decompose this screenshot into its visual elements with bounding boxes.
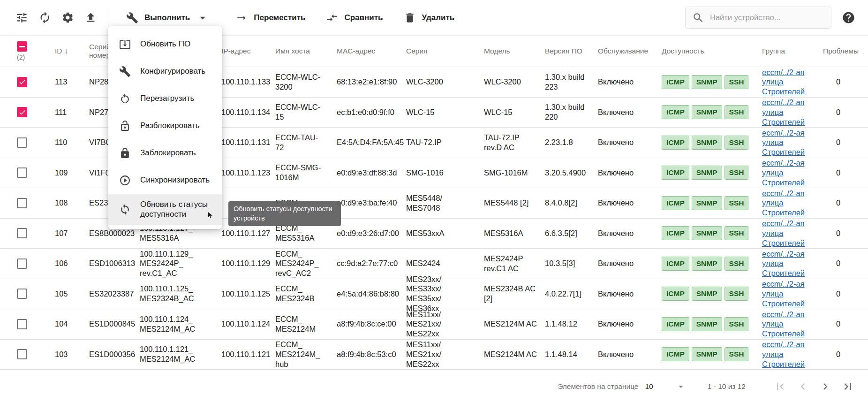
upload-button[interactable] bbox=[79, 6, 102, 29]
search-input[interactable] bbox=[709, 13, 824, 23]
cell-firmware: 6.6.3.5[2] bbox=[545, 228, 598, 238]
menu-item-unlock[interactable]: Разблокировать bbox=[108, 112, 222, 139]
availability-badge: SSH bbox=[725, 347, 749, 361]
cell-ip: 100.110.1.131 bbox=[221, 137, 275, 147]
header-ip[interactable]: IP-адрес bbox=[221, 47, 275, 55]
availability-badge: ICMP bbox=[662, 347, 689, 361]
availability-badge: SNMP bbox=[692, 166, 722, 180]
menu-item-reboot[interactable]: Перезагрузить bbox=[108, 85, 222, 112]
trash-icon bbox=[404, 12, 416, 24]
cell-problems: 0 bbox=[823, 107, 868, 117]
row-checkbox[interactable] bbox=[17, 319, 27, 329]
tooltip: Обновить статусы доступности устройств bbox=[228, 201, 341, 226]
table-row[interactable]: 104ES1D000845100.110.1.124_​MES2124M_​AC… bbox=[0, 309, 868, 340]
table-row[interactable]: 105ES32023387100.110.1.125_​MES2324B_​AC… bbox=[0, 279, 868, 310]
search-icon bbox=[692, 12, 704, 24]
cell-problems: 0 bbox=[823, 77, 868, 87]
row-checkbox[interactable] bbox=[17, 349, 27, 359]
cell-id: 103 bbox=[55, 350, 89, 359]
cell-series: WLC-15 bbox=[406, 107, 484, 117]
group-link[interactable]: eccm/​../​2-ая улица Строителей bbox=[762, 98, 805, 126]
cell-availability: ICMPSNMPSSH bbox=[662, 257, 762, 271]
cell-series: SMG-1016 bbox=[406, 168, 484, 178]
table-row[interactable]: 103ES1D000356100.110.1.121_​MES2124M_​AC… bbox=[0, 340, 868, 370]
menu-item-sync[interactable]: Синхронизировать bbox=[108, 167, 222, 194]
cell-availability: ICMPSNMPSSH bbox=[662, 226, 762, 240]
availability-badge: SSH bbox=[725, 136, 749, 150]
row-checkbox[interactable] bbox=[17, 198, 27, 208]
move-button[interactable]: Переместить bbox=[235, 12, 305, 24]
prev-page-button[interactable] bbox=[792, 375, 814, 398]
chevron-right-icon bbox=[819, 380, 832, 393]
group-link[interactable]: eccm/​../​2-ая улица Строителей bbox=[762, 68, 805, 96]
group-link[interactable]: eccm/​../​2-ая улица Строителей bbox=[762, 129, 805, 157]
chevron-down-icon bbox=[196, 11, 209, 24]
header-model[interactable]: Модель bbox=[484, 47, 545, 55]
page-size-select[interactable]: 10 bbox=[645, 381, 686, 392]
header-firmware[interactable]: Версия ПО bbox=[545, 47, 598, 55]
availability-badge: ICMP bbox=[662, 166, 689, 180]
execute-button[interactable]: Выполнить bbox=[126, 11, 209, 24]
header-series[interactable]: Серия bbox=[406, 47, 484, 55]
menu-item-refresh-status[interactable]: Обновить статусы доступности bbox=[108, 194, 222, 225]
group-link[interactable]: eccm/​../​2-ая улица Строителей bbox=[762, 189, 805, 217]
cell-series: TAU-72.IP bbox=[406, 137, 484, 147]
cell-mac: e0:d9:e3:df:88:3d bbox=[337, 168, 406, 178]
cell-problems: 0 bbox=[823, 198, 868, 208]
pagination-bar: Элементов на странице 10 1 - 10 из 12 bbox=[0, 370, 868, 403]
move-label: Переместить bbox=[254, 13, 305, 23]
group-link[interactable]: eccm/​../​2-ая улица Строителей bbox=[762, 159, 805, 187]
header-hostname[interactable]: Имя хоста bbox=[275, 47, 337, 55]
lock-icon bbox=[119, 147, 131, 159]
cell-model: MES2424P rev.C1 AC bbox=[484, 254, 545, 274]
cell-availability: ICMPSNMPSSH bbox=[662, 196, 762, 210]
group-link[interactable]: eccm/​../​2-ая улица Строителей bbox=[762, 219, 805, 247]
select-all-checkbox[interactable] bbox=[17, 41, 27, 52]
header-availability[interactable]: Доступность bbox=[662, 47, 762, 55]
availability-badge: SNMP bbox=[692, 317, 722, 331]
row-checkbox[interactable] bbox=[17, 167, 27, 178]
header-id[interactable]: ID↓ bbox=[55, 47, 89, 55]
last-page-icon bbox=[841, 380, 854, 393]
cell-serial: ES1D000356 bbox=[89, 350, 140, 359]
filter-button[interactable] bbox=[10, 6, 33, 29]
cell-serial: ES1D000845 bbox=[89, 319, 140, 329]
header-problems[interactable]: Проблемы bbox=[823, 47, 868, 55]
cell-serial: ES8B000023 bbox=[89, 228, 140, 238]
group-link[interactable]: eccm/​../​2-ая улица Строителей bbox=[762, 310, 805, 338]
header-group[interactable]: Группа bbox=[762, 47, 823, 55]
device-search[interactable] bbox=[685, 7, 831, 29]
compare-button[interactable]: Сравнить bbox=[326, 12, 383, 24]
refresh-button[interactable] bbox=[33, 6, 56, 29]
help-button[interactable] bbox=[839, 8, 858, 27]
group-link[interactable]: eccm/​../​2-ая улица Строителей bbox=[762, 280, 805, 308]
cell-serial: ES32023387 bbox=[89, 289, 140, 299]
row-checkbox[interactable] bbox=[17, 107, 27, 117]
header-mac[interactable]: MAC-адрес bbox=[337, 47, 406, 55]
first-page-button[interactable] bbox=[769, 375, 792, 398]
row-checkbox[interactable] bbox=[17, 228, 27, 238]
cell-firmware: 4.0.22.7[1] bbox=[545, 289, 598, 299]
cell-availability: ICMPSNMPSSH bbox=[662, 166, 762, 180]
next-page-button[interactable] bbox=[814, 375, 837, 398]
cell-model: MES5448 [2] bbox=[484, 198, 545, 208]
delete-label: Удалить bbox=[422, 13, 455, 23]
row-checkbox[interactable] bbox=[17, 77, 27, 87]
delete-button[interactable]: Удалить bbox=[404, 12, 455, 24]
menu-item-lock[interactable]: Заблокировать bbox=[108, 139, 222, 167]
cell-model: MES2124M AC bbox=[484, 319, 545, 329]
cell-id: 111 bbox=[55, 107, 89, 117]
cell-ip: 100.110.1.121 bbox=[221, 350, 275, 359]
header-maintenance[interactable]: Обслуживание bbox=[598, 47, 662, 55]
compare-label: Сравнить bbox=[344, 13, 383, 23]
cell-maintenance: Включено bbox=[598, 198, 662, 208]
row-checkbox[interactable] bbox=[17, 289, 27, 299]
menu-item-update-firmware[interactable]: Обновить ПО bbox=[108, 30, 222, 58]
row-checkbox[interactable] bbox=[17, 259, 27, 269]
group-link[interactable]: eccm/​../​2-ая улица Строителей bbox=[762, 340, 805, 368]
menu-item-configure[interactable]: Конфигурировать bbox=[108, 58, 222, 85]
group-link[interactable]: eccm/​../​2-ая улица Строителей bbox=[762, 250, 805, 278]
row-checkbox[interactable] bbox=[17, 137, 27, 148]
settings-button[interactable] bbox=[56, 6, 79, 29]
last-page-button[interactable] bbox=[837, 375, 859, 398]
